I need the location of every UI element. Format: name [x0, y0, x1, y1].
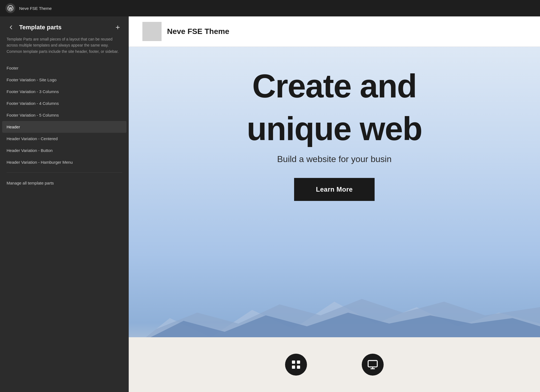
hero-title-2: unique web [247, 111, 422, 146]
learn-more-button[interactable]: Learn More [294, 178, 375, 201]
back-button[interactable] [7, 23, 15, 32]
sidebar-header-left: Template parts [7, 23, 62, 32]
add-template-part-button[interactable] [113, 23, 122, 32]
manage-all-link[interactable]: Manage all template parts [2, 177, 127, 189]
sidebar-list: Footer Footer Variation - Site Logo Foot… [0, 62, 129, 168]
sidebar-item-footer-site-logo[interactable]: Footer Variation - Site Logo [2, 74, 127, 86]
icon-circle-2 [362, 354, 384, 376]
hero-section: Create and unique web Build a website fo… [129, 47, 540, 392]
preview-site-header: Neve FSE Theme [129, 16, 540, 47]
svg-rect-9 [368, 361, 377, 367]
preview-content: Neve FSE Theme Create and unique web Bui… [129, 16, 540, 392]
sidebar-header: Template parts [0, 16, 129, 36]
hero-subtitle: Build a website for your busin [277, 154, 392, 164]
site-logo-placeholder [142, 22, 162, 41]
sidebar: Template parts Template Parts are small … [0, 16, 129, 392]
main-layout: Template parts Template Parts are small … [0, 16, 540, 392]
wp-logo[interactable]: W [5, 3, 15, 13]
hero-title: Create and [252, 69, 417, 103]
sidebar-title: Template parts [19, 24, 62, 31]
top-bar: W Neve FSE Theme [0, 0, 540, 16]
sidebar-item-footer[interactable]: Footer [2, 62, 127, 74]
svg-rect-7 [292, 365, 295, 369]
sidebar-description: Template Parts are small pieces of a lay… [0, 36, 129, 62]
sidebar-item-header-centered[interactable]: Header Variation - Centered [2, 133, 127, 145]
icon-circle-1 [285, 354, 307, 376]
sidebar-item-header-hamburger[interactable]: Header Variation - Hamburger Menu [2, 156, 127, 168]
svg-rect-6 [297, 361, 300, 364]
topbar-title: Neve FSE Theme [19, 6, 52, 11]
preview-site-name: Neve FSE Theme [167, 27, 229, 36]
svg-rect-8 [297, 365, 300, 369]
sidebar-divider [7, 172, 122, 173]
bottom-strip [129, 337, 540, 392]
sidebar-item-footer-3-columns[interactable]: Footer Variation - 3 Columns [2, 86, 127, 97]
svg-rect-5 [292, 361, 295, 364]
sidebar-item-footer-4-columns[interactable]: Footer Variation - 4 Columns [2, 97, 127, 109]
preview-area: Neve FSE Theme Create and unique web Bui… [129, 16, 540, 392]
sidebar-item-header-button[interactable]: Header Variation - Button [2, 145, 127, 156]
sidebar-item-footer-5-columns[interactable]: Footer Variation - 5 Columns [2, 109, 127, 121]
svg-text:W: W [8, 6, 12, 11]
sidebar-item-header[interactable]: Header [2, 121, 127, 133]
